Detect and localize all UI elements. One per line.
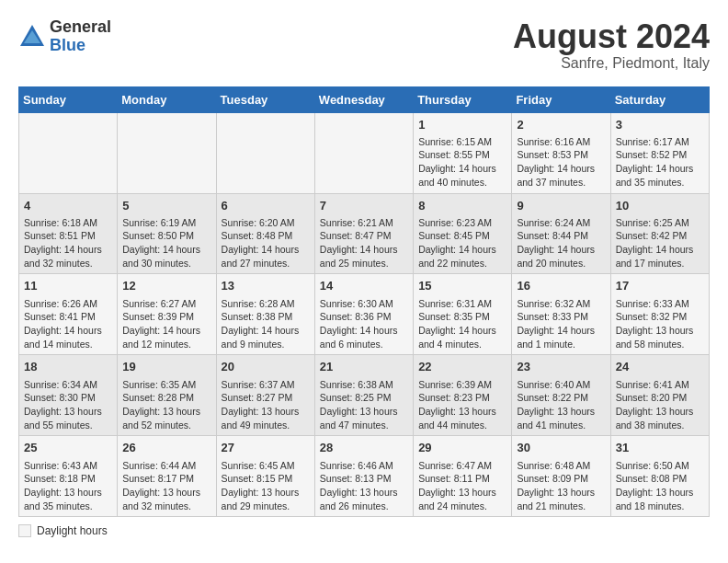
- day-number: 25: [24, 440, 112, 456]
- calendar-day-cell: [19, 112, 118, 193]
- day-number: 20: [222, 359, 310, 375]
- calendar-day-cell: 9Sunrise: 6:24 AM Sunset: 8:44 PM Daylig…: [512, 193, 610, 274]
- day-info: Sunrise: 6:20 AM Sunset: 8:48 PM Dayligh…: [222, 216, 310, 270]
- calendar-header-row: SundayMondayTuesdayWednesdayThursdayFrid…: [19, 86, 710, 112]
- day-info: Sunrise: 6:33 AM Sunset: 8:32 PM Dayligh…: [616, 297, 704, 351]
- day-number: 9: [517, 198, 605, 214]
- day-number: 23: [517, 359, 605, 375]
- day-number: 15: [418, 278, 506, 294]
- calendar-day-cell: 27Sunrise: 6:45 AM Sunset: 8:15 PM Dayli…: [216, 436, 314, 517]
- day-number: 27: [222, 440, 310, 456]
- calendar-day-cell: 1Sunrise: 6:15 AM Sunset: 8:55 PM Daylig…: [414, 112, 512, 193]
- logo: General Blue: [18, 18, 111, 55]
- day-number: 24: [616, 359, 704, 375]
- logo-general: General: [50, 18, 111, 37]
- day-info: Sunrise: 6:39 AM Sunset: 8:23 PM Dayligh…: [418, 378, 506, 432]
- day-info: Sunrise: 6:17 AM Sunset: 8:52 PM Dayligh…: [616, 135, 704, 190]
- page: General Blue August 2024 Sanfre, Piedmon…: [0, 0, 728, 556]
- calendar-day-cell: 4Sunrise: 6:18 AM Sunset: 8:51 PM Daylig…: [19, 193, 118, 274]
- calendar-day-cell: 2Sunrise: 6:16 AM Sunset: 8:53 PM Daylig…: [512, 112, 610, 193]
- subtitle: Sanfre, Piedmont, Italy: [513, 55, 710, 72]
- day-info: Sunrise: 6:38 AM Sunset: 8:25 PM Dayligh…: [320, 378, 408, 432]
- calendar-week-row: 25Sunrise: 6:43 AM Sunset: 8:18 PM Dayli…: [19, 436, 710, 517]
- calendar-day-cell: 29Sunrise: 6:47 AM Sunset: 8:11 PM Dayli…: [414, 436, 512, 517]
- calendar-day-cell: 17Sunrise: 6:33 AM Sunset: 8:32 PM Dayli…: [610, 274, 709, 355]
- calendar-week-row: 18Sunrise: 6:34 AM Sunset: 8:30 PM Dayli…: [19, 355, 710, 436]
- calendar-header-cell: Tuesday: [216, 86, 314, 112]
- calendar-header-cell: Friday: [512, 86, 610, 112]
- calendar-header-cell: Wednesday: [314, 86, 413, 112]
- calendar-day-cell: [314, 112, 413, 193]
- day-number: 7: [320, 198, 408, 214]
- title-block: August 2024 Sanfre, Piedmont, Italy: [513, 18, 710, 72]
- day-info: Sunrise: 6:35 AM Sunset: 8:28 PM Dayligh…: [122, 378, 210, 432]
- calendar-day-cell: 7Sunrise: 6:21 AM Sunset: 8:47 PM Daylig…: [314, 193, 413, 274]
- calendar-day-cell: 25Sunrise: 6:43 AM Sunset: 8:18 PM Dayli…: [19, 436, 118, 517]
- day-info: Sunrise: 6:50 AM Sunset: 8:08 PM Dayligh…: [616, 459, 704, 513]
- calendar-day-cell: 23Sunrise: 6:40 AM Sunset: 8:22 PM Dayli…: [512, 355, 610, 436]
- day-number: 12: [122, 278, 210, 294]
- calendar-day-cell: 5Sunrise: 6:19 AM Sunset: 8:50 PM Daylig…: [118, 193, 216, 274]
- day-number: 3: [616, 117, 704, 133]
- day-number: 31: [616, 440, 704, 456]
- day-number: 21: [320, 359, 408, 375]
- calendar-day-cell: 10Sunrise: 6:25 AM Sunset: 8:42 PM Dayli…: [610, 193, 709, 274]
- calendar-day-cell: [118, 112, 216, 193]
- calendar-day-cell: 31Sunrise: 6:50 AM Sunset: 8:08 PM Dayli…: [610, 436, 709, 517]
- calendar-day-cell: 6Sunrise: 6:20 AM Sunset: 8:48 PM Daylig…: [216, 193, 314, 274]
- calendar-table: SundayMondayTuesdayWednesdayThursdayFrid…: [18, 86, 710, 518]
- day-number: 16: [517, 278, 605, 294]
- day-info: Sunrise: 6:43 AM Sunset: 8:18 PM Dayligh…: [24, 459, 112, 513]
- calendar-day-cell: 20Sunrise: 6:37 AM Sunset: 8:27 PM Dayli…: [216, 355, 314, 436]
- calendar-day-cell: [216, 112, 314, 193]
- day-info: Sunrise: 6:26 AM Sunset: 8:41 PM Dayligh…: [24, 297, 112, 351]
- day-info: Sunrise: 6:27 AM Sunset: 8:39 PM Dayligh…: [122, 297, 210, 351]
- day-number: 2: [517, 117, 605, 133]
- day-number: 18: [24, 359, 112, 375]
- day-info: Sunrise: 6:25 AM Sunset: 8:42 PM Dayligh…: [616, 216, 704, 270]
- day-info: Sunrise: 6:34 AM Sunset: 8:30 PM Dayligh…: [24, 378, 112, 432]
- calendar-day-cell: 19Sunrise: 6:35 AM Sunset: 8:28 PM Dayli…: [118, 355, 216, 436]
- main-title: August 2024: [513, 18, 710, 55]
- calendar-day-cell: 3Sunrise: 6:17 AM Sunset: 8:52 PM Daylig…: [610, 112, 709, 193]
- calendar-week-row: 4Sunrise: 6:18 AM Sunset: 8:51 PM Daylig…: [19, 193, 710, 274]
- logo-blue: Blue: [50, 37, 111, 55]
- day-number: 28: [320, 440, 408, 456]
- day-info: Sunrise: 6:19 AM Sunset: 8:50 PM Dayligh…: [122, 216, 210, 270]
- day-number: 5: [122, 198, 210, 214]
- day-number: 19: [122, 359, 210, 375]
- day-info: Sunrise: 6:41 AM Sunset: 8:20 PM Dayligh…: [616, 378, 704, 432]
- day-info: Sunrise: 6:21 AM Sunset: 8:47 PM Dayligh…: [320, 216, 408, 270]
- day-info: Sunrise: 6:28 AM Sunset: 8:38 PM Dayligh…: [222, 297, 310, 351]
- day-number: 29: [418, 440, 506, 456]
- header: General Blue August 2024 Sanfre, Piedmon…: [18, 18, 710, 72]
- calendar-day-cell: 13Sunrise: 6:28 AM Sunset: 8:38 PM Dayli…: [216, 274, 314, 355]
- day-info: Sunrise: 6:37 AM Sunset: 8:27 PM Dayligh…: [222, 378, 310, 432]
- day-number: 17: [616, 278, 704, 294]
- calendar-day-cell: 12Sunrise: 6:27 AM Sunset: 8:39 PM Dayli…: [118, 274, 216, 355]
- day-number: 1: [418, 117, 506, 133]
- day-info: Sunrise: 6:16 AM Sunset: 8:53 PM Dayligh…: [517, 135, 605, 190]
- day-number: 8: [418, 198, 506, 214]
- day-number: 14: [320, 278, 408, 294]
- day-number: 10: [616, 198, 704, 214]
- calendar-day-cell: 8Sunrise: 6:23 AM Sunset: 8:45 PM Daylig…: [414, 193, 512, 274]
- legend-box: [18, 524, 31, 537]
- legend-text: Daylight hours: [37, 524, 108, 537]
- day-number: 30: [517, 440, 605, 456]
- calendar-week-row: 11Sunrise: 6:26 AM Sunset: 8:41 PM Dayli…: [19, 274, 710, 355]
- day-info: Sunrise: 6:40 AM Sunset: 8:22 PM Dayligh…: [517, 378, 605, 432]
- calendar-day-cell: 15Sunrise: 6:31 AM Sunset: 8:35 PM Dayli…: [414, 274, 512, 355]
- calendar-header-cell: Monday: [118, 86, 216, 112]
- day-info: Sunrise: 6:15 AM Sunset: 8:55 PM Dayligh…: [418, 135, 506, 190]
- logo-icon: [18, 23, 46, 51]
- legend: Daylight hours: [18, 524, 710, 537]
- day-number: 11: [24, 278, 112, 294]
- day-info: Sunrise: 6:18 AM Sunset: 8:51 PM Dayligh…: [24, 216, 112, 270]
- day-info: Sunrise: 6:31 AM Sunset: 8:35 PM Dayligh…: [418, 297, 506, 351]
- calendar-day-cell: 22Sunrise: 6:39 AM Sunset: 8:23 PM Dayli…: [414, 355, 512, 436]
- calendar-day-cell: 14Sunrise: 6:30 AM Sunset: 8:36 PM Dayli…: [314, 274, 413, 355]
- day-info: Sunrise: 6:47 AM Sunset: 8:11 PM Dayligh…: [418, 459, 506, 513]
- day-info: Sunrise: 6:44 AM Sunset: 8:17 PM Dayligh…: [122, 459, 210, 513]
- calendar-day-cell: 18Sunrise: 6:34 AM Sunset: 8:30 PM Dayli…: [19, 355, 118, 436]
